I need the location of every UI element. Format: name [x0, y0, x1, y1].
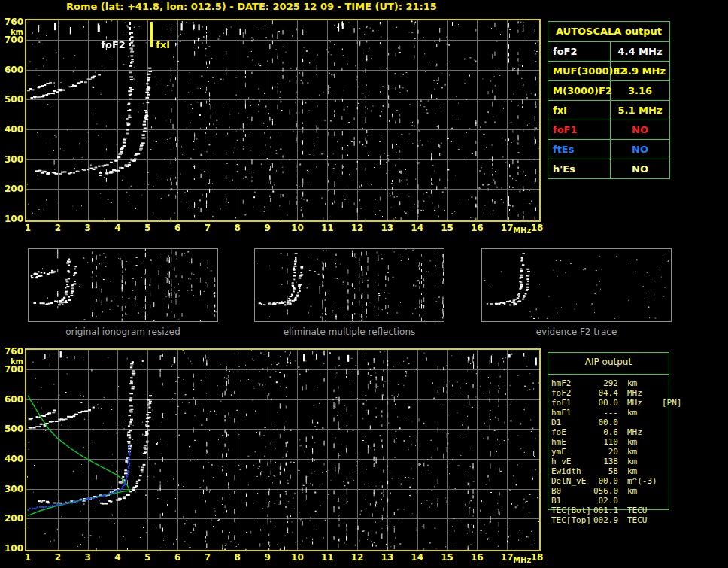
x-tick-label: 2: [49, 223, 67, 233]
autoscala-row-M(3000)F2: M(3000)F23.16: [548, 81, 669, 101]
autoscala-screen: Rome (lat: +41.8, lon: 012.5) - DATE: 20…: [0, 0, 728, 568]
aip-row-B1: B102.0: [551, 496, 724, 506]
x-tick-label: 3: [79, 223, 97, 233]
autoscala-row-fxI: fxI5.1 MHz: [548, 101, 669, 120]
parameter-value: 20: [593, 447, 618, 457]
y-tick-label: 100: [1, 214, 23, 224]
x-tick-label: 6: [168, 223, 187, 233]
x-tick-label: 13: [378, 552, 396, 563]
aip-row-B0: B0056.0km: [551, 486, 724, 496]
parameter-label: D1: [551, 418, 593, 427]
x-tick-label: 14: [408, 552, 426, 563]
autoscala-table-rows: foF24.4 MHzMUF(3000)F213.9 MHzM(3000)F23…: [548, 42, 669, 178]
parameter-unit: m^(-3): [627, 476, 660, 486]
y-tick-label: 400: [1, 454, 23, 464]
parameter-unit: MHz: [627, 427, 660, 437]
thumbnail-eliminate-reflections: [254, 248, 444, 322]
aip-row-h_vE: h_vE138km: [551, 457, 724, 466]
y-tick-label: 760: [1, 346, 23, 357]
parameter-unit: km: [627, 457, 660, 466]
parameter-unit: TECU: [627, 515, 660, 525]
y-axis-unit-label: km: [1, 28, 23, 36]
y-tick-label: 300: [1, 154, 23, 165]
parameter-value: 110: [593, 437, 618, 447]
autoscala-output-table: AUTOSCALA output foF24.4 MHzMUF(3000)F21…: [548, 21, 670, 179]
parameter-unit: km: [627, 408, 660, 418]
parameter-extra: [PN]: [662, 398, 682, 408]
parameter-unit: MHz: [627, 398, 660, 408]
parameter-unit: km: [627, 447, 660, 457]
parameter-label: ymE: [551, 447, 593, 457]
aip-row-DelN_vE: DelN_vE00.0m^(-3): [551, 476, 724, 486]
thumbnail-caption-3: evidence F2 trace: [481, 327, 672, 337]
parameter-value: 138: [593, 457, 618, 466]
parameter-value: 00.0: [593, 418, 618, 427]
parameter-label: M(3000)F2: [548, 81, 611, 100]
parameter-unit: km: [627, 378, 660, 388]
x-tick-label: 6: [168, 552, 187, 563]
aip-row-ymE: ymE20km: [551, 447, 724, 457]
parameter-label: ftEs: [548, 140, 611, 159]
y-axis-unit-label: km: [1, 357, 23, 366]
x-tick-label: 16: [468, 223, 486, 233]
marker-label-foF2: foF2: [101, 39, 126, 50]
x-tick-label: 8: [229, 223, 247, 233]
parameter-value: NO: [611, 159, 669, 178]
aip-row-TEC[Bot]: TEC[Bot]001.1TECU: [551, 506, 724, 515]
parameter-value: NO: [611, 140, 669, 159]
parameter-label: hmF1: [551, 408, 593, 418]
page-title: Rome (lat: +41.8, lon: 012.5) - DATE: 20…: [66, 1, 437, 12]
aip-row-foF1: foF100.0MHz[PN]: [551, 398, 724, 408]
x-tick-label: 11: [318, 552, 336, 563]
y-tick-label: 600: [1, 394, 23, 405]
autoscala-row-MUF(3000)F2: MUF(3000)F213.9 MHz: [548, 62, 669, 81]
autoscala-row-foF2: foF24.4 MHz: [548, 42, 669, 62]
aip-row-foE: foE0.6MHz: [551, 427, 724, 437]
thumbnail-evidence-f2-trace: [481, 248, 672, 322]
x-tick-label: 10: [288, 552, 306, 563]
x-tick-label: 9: [259, 552, 277, 563]
parameter-value: 00.0: [593, 476, 618, 486]
x-axis-unit-label: MHz: [513, 226, 531, 235]
parameter-label: foE: [551, 427, 593, 437]
autoscala-row-foF1: foF1NO: [548, 120, 669, 140]
x-tick-label: 4: [108, 223, 126, 233]
thumbnail-caption-2: eliminate multiple reflections: [254, 327, 444, 337]
x-tick-label: 10: [288, 223, 306, 233]
y-tick-label: 200: [1, 184, 23, 194]
x-tick-label: 3: [79, 552, 97, 563]
parameter-label: Ewidth: [551, 466, 593, 476]
autoscala-row-ftEs: ftEsNO: [548, 140, 669, 159]
parameter-value: 04.4: [593, 388, 618, 398]
parameter-unit: MHz: [627, 388, 660, 398]
y-tick-label: 600: [1, 65, 23, 75]
parameter-value: 4.4 MHz: [611, 42, 669, 61]
parameter-label: TEC[Bot]: [551, 506, 593, 515]
ionogram-plot-aip: [25, 348, 541, 551]
x-tick-label: 4: [108, 552, 126, 563]
x-tick-label: 5: [138, 223, 156, 233]
x-tick-label: 8: [229, 552, 247, 563]
parameter-unit: km: [627, 466, 660, 476]
parameter-unit: [627, 496, 660, 506]
aip-table-title-divider: [548, 374, 669, 375]
parameter-label: MUF(3000)F2: [548, 62, 611, 80]
parameter-label: hmF2: [551, 378, 593, 388]
x-tick-label: 14: [408, 223, 426, 233]
aip-row-TEC[Top]: TEC[Top]002.9TECU: [551, 515, 724, 525]
parameter-label: foF1: [551, 398, 593, 408]
parameter-value: 00.0: [593, 398, 618, 408]
aip-table-title: AIP output: [548, 357, 669, 367]
parameter-label: DelN_vE: [551, 476, 593, 486]
parameter-label: foF2: [548, 42, 611, 61]
y-tick-label: 400: [1, 124, 23, 135]
thumbnail-caption-1: original ionogram resized: [28, 327, 218, 337]
parameter-label: B0: [551, 486, 593, 496]
parameter-value: ---: [593, 408, 618, 418]
x-tick-label: 12: [348, 223, 366, 233]
x-tick-label: 15: [438, 223, 457, 233]
parameter-label: fxI: [548, 101, 611, 120]
x-tick-label: 1: [19, 223, 37, 233]
x-tick-label: 5: [138, 552, 156, 563]
aip-row-hmF1: hmF1---km: [551, 408, 724, 418]
